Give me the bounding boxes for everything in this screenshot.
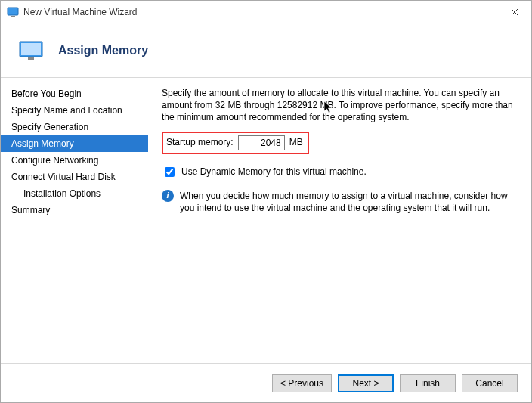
memory-unit: MB <box>289 136 303 148</box>
close-button[interactable] <box>497 1 531 23</box>
footer: < Previous Next > Finish Cancel <box>1 363 531 402</box>
dynamic-memory-label: Use Dynamic Memory for this virtual mach… <box>181 166 367 178</box>
nav-configure-networking[interactable]: Configure Networking <box>1 152 148 169</box>
svg-rect-0 <box>8 8 18 15</box>
step-nav: Before You Begin Specify Name and Locati… <box>1 78 148 363</box>
body: Before You Begin Specify Name and Locati… <box>1 78 531 363</box>
cancel-button[interactable]: Cancel <box>462 374 518 392</box>
startup-memory-input[interactable] <box>238 135 285 150</box>
nav-summary[interactable]: Summary <box>1 202 148 219</box>
nav-specify-name[interactable]: Specify Name and Location <box>1 102 148 119</box>
memory-label: Startup memory: <box>166 136 234 148</box>
nav-connect-vhd[interactable]: Connect Virtual Hard Disk <box>1 169 148 185</box>
header: Assign Memory <box>1 23 531 78</box>
content-pane: Specify the amount of memory to allocate… <box>148 78 531 363</box>
finish-button[interactable]: Finish <box>400 374 456 392</box>
svg-rect-1 <box>11 16 15 17</box>
nav-assign-memory[interactable]: Assign Memory <box>1 135 148 152</box>
memory-highlight: Startup memory: MB <box>162 132 309 154</box>
info-icon: i <box>162 190 174 202</box>
window-title: New Virtual Machine Wizard <box>23 7 138 17</box>
previous-button[interactable]: < Previous <box>272 374 332 392</box>
dynamic-memory-checkbox[interactable] <box>165 167 175 177</box>
nav-specify-generation[interactable]: Specify Generation <box>1 119 148 135</box>
app-icon <box>7 6 19 18</box>
monitor-icon <box>19 41 43 60</box>
wizard-window: New Virtual Machine Wizard Assign Memory… <box>0 0 532 403</box>
info-text: When you decide how much memory to assig… <box>180 190 518 214</box>
page-title: Assign Memory <box>58 44 148 57</box>
next-button[interactable]: Next > <box>338 374 394 392</box>
svg-rect-4 <box>28 57 34 60</box>
svg-rect-3 <box>21 43 41 55</box>
description-text: Specify the amount of memory to allocate… <box>162 87 518 124</box>
titlebar: New Virtual Machine Wizard <box>1 1 531 23</box>
nav-installation-options[interactable]: Installation Options <box>1 185 148 202</box>
nav-before-you-begin[interactable]: Before You Begin <box>1 85 148 102</box>
